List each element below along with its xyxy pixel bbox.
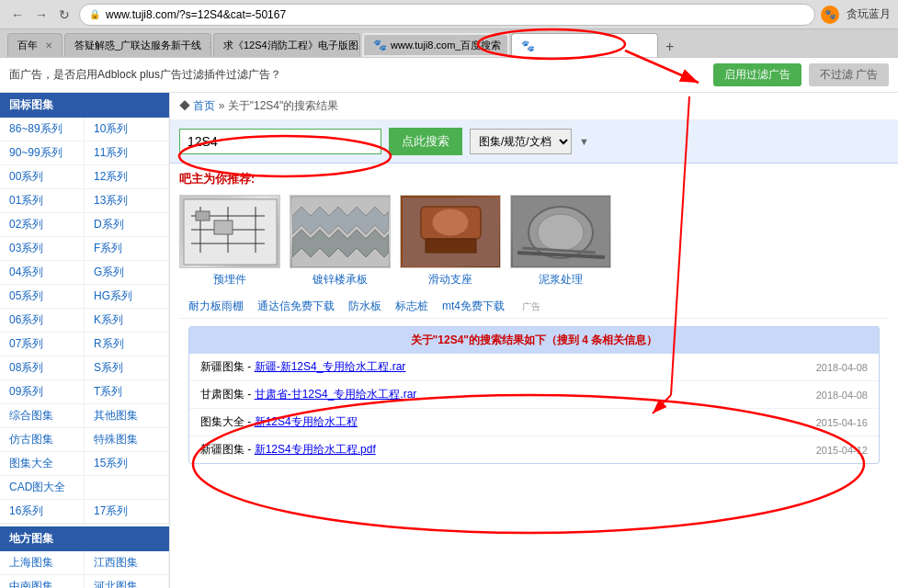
result-link-2[interactable]: 甘肃省-甘12S4_专用给水工程.rar <box>255 388 417 401</box>
tab-close-icon[interactable]: ✕ <box>508 40 509 51</box>
sidebar-item-08[interactable]: 08系列 <box>0 356 85 380</box>
sidebar-item-09[interactable]: 09系列 <box>0 380 85 404</box>
breadcrumb: ◆ 首页 » 关于"12S4"的搜索结果 <box>170 93 898 120</box>
result-item-3: 图集大全 - 新12S4专用给水工程 2015-04-16 <box>189 409 879 436</box>
sidebar-item-13[interactable]: 13系列 <box>85 189 169 213</box>
new-tab-button[interactable]: + <box>660 37 679 57</box>
sidebar-item-05[interactable]: 05系列 <box>0 285 85 309</box>
search-input[interactable] <box>179 129 381 154</box>
result-link-3[interactable]: 新12S4专用给水工程 <box>255 415 358 428</box>
rec-item-duzin[interactable]: 镀锌楼承板 <box>290 195 391 288</box>
search-results-box: 关于"12S4"的搜索结果如下（搜到 4 条相关信息） 新疆图集 - 新疆-新1… <box>188 326 880 464</box>
result-item-2: 甘肃图集 - 甘肃省-甘12S4_专用给水工程.rar 2018-04-08 <box>189 381 879 409</box>
sidebar-item-qita[interactable]: 其他图集 <box>85 404 169 428</box>
tab-label: 答疑解惑_广联达服务新干线 <box>74 39 201 52</box>
rec-item-yumaijian[interactable]: 预埋件 <box>179 195 280 288</box>
tab-close-icon[interactable]: ✕ <box>209 40 211 51</box>
sidebar-item-01[interactable]: 01系列 <box>0 189 85 213</box>
results-header-suffix: 条相关信息） <box>591 334 657 346</box>
back-button[interactable]: ← <box>7 6 28 24</box>
sidebar-item-90-99[interactable]: 90~99系列 <box>0 141 85 165</box>
result-prefix-1: 新疆图集 - <box>200 360 255 373</box>
sidebar-item-teshu[interactable]: 特殊图集 <box>85 428 169 452</box>
link-nailiban[interactable]: 耐力板雨棚 <box>188 299 244 314</box>
sidebar-item-07[interactable]: 07系列 <box>0 333 85 356</box>
rec-image-duzin <box>290 195 391 268</box>
sidebar-item-hebei[interactable]: 河北图集 <box>85 575 169 588</box>
tab-label: 求《12S4消防工程》电子版图... <box>223 39 360 52</box>
sidebar-item-F[interactable]: F系列 <box>85 237 169 261</box>
address-bar[interactable]: 🔒 www.tuji8.com/?s=12S4&cat=-50167 <box>79 4 815 26</box>
sidebar-item-D[interactable]: D系列 <box>85 213 169 237</box>
tab-search-results[interactable]: 🐾 搜索结果 12S4/规范/图集【免... ✕ <box>511 33 658 57</box>
sidebar-grid-local: 上海图集 江西图集 中南图集 河北图集 云南图集 河南图集 <box>0 551 169 588</box>
tab-bai-nian[interactable]: 百年 ✕ <box>7 33 63 57</box>
svg-point-15 <box>432 209 469 236</box>
rec-label-yumaijian: 预埋件 <box>179 272 280 288</box>
recommended-title: 吧主为你推荐: <box>179 171 889 187</box>
sidebar-item-17[interactable]: 17系列 <box>85 500 169 524</box>
enable-ad-filter-button[interactable]: 启用过滤广告 <box>713 63 801 86</box>
refresh-button[interactable]: ↻ <box>55 6 74 24</box>
sidebar-section-guobiao: 国标图集 <box>0 93 169 118</box>
sidebar-item-10[interactable]: 10系列 <box>85 118 169 141</box>
sidebar-item-00[interactable]: 00系列 <box>0 165 85 189</box>
disable-ad-filter-button[interactable]: 不过滤 广告 <box>809 63 889 86</box>
sidebar-item-11[interactable]: 11系列 <box>85 141 169 165</box>
sidebar-item-K[interactable]: K系列 <box>85 309 169 333</box>
link-tongda[interactable]: 通达信免费下载 <box>257 299 335 314</box>
sidebar-item-15[interactable]: 15系列 <box>85 452 169 476</box>
sidebar-item-16[interactable]: 16系列 <box>0 500 85 524</box>
sidebar-item-86-89[interactable]: 86~89系列 <box>0 118 85 141</box>
sidebar-item-tujidaquan[interactable]: 图集大全 <box>0 452 85 476</box>
sidebar-item-06[interactable]: 06系列 <box>0 309 85 333</box>
sidebar-item-T[interactable]: T系列 <box>85 380 169 404</box>
sidebar-item-shanghai[interactable]: 上海图集 <box>0 551 85 575</box>
sidebar-item-jiangxi[interactable]: 江西图集 <box>85 551 169 575</box>
sidebar-item-zonghe[interactable]: 综合图集 <box>0 404 85 428</box>
sidebar-item-HG[interactable]: HG系列 <box>85 285 169 309</box>
link-fangshui[interactable]: 防水板 <box>348 299 381 314</box>
sidebar-item-12[interactable]: 12系列 <box>85 165 169 189</box>
search-button[interactable]: 点此搜索 <box>389 128 462 155</box>
sidebar-item-02[interactable]: 02系列 <box>0 213 85 237</box>
tab-da-yi[interactable]: 答疑解惑_广联达服务新干线 ✕ <box>64 33 211 57</box>
recommended-images: 预埋件 镀锌楼承板 <box>179 195 889 288</box>
link-mt4[interactable]: mt4免费下载 <box>442 299 505 314</box>
rec-item-mud[interactable]: 泥浆处理 <box>510 195 611 288</box>
sliding-support-svg <box>403 198 499 266</box>
rec-label-mud: 泥浆处理 <box>510 272 611 288</box>
tab-12s4-fire[interactable]: 求《12S4消防工程》电子版图... ✕ <box>213 33 360 57</box>
result-prefix-2: 甘肃图集 - <box>200 388 255 401</box>
rec-image-sliding <box>400 195 501 268</box>
forward-button[interactable]: → <box>31 6 51 24</box>
result-prefix-3: 图集大全 - <box>200 415 255 428</box>
svg-rect-7 <box>196 211 210 220</box>
breadcrumb-sep1: » <box>219 99 225 112</box>
sidebar-item-03[interactable]: 03系列 <box>0 237 85 261</box>
sidebar-item-fanggu[interactable]: 仿古图集 <box>0 428 85 452</box>
link-biaozhizhuang[interactable]: 标志桩 <box>395 299 428 314</box>
sidebar-item-04[interactable]: 04系列 <box>0 261 85 285</box>
user-avatar: 🐾 <box>821 6 839 24</box>
result-date-1: 2018-04-08 <box>816 362 868 373</box>
links-row: 耐力板雨棚 通达信免费下载 防水板 标志桩 mt4免费下载 广告 <box>179 295 889 319</box>
sidebar-item-S[interactable]: S系列 <box>85 356 169 380</box>
rec-item-sliding[interactable]: 滑动支座 <box>400 195 501 288</box>
mud-treatment-svg <box>513 198 609 266</box>
breadcrumb-home-link[interactable]: 首页 <box>193 99 215 112</box>
search-type-select[interactable]: 图集/规范/文档 图集 规范 文档 <box>470 129 572 154</box>
results-header-prefix: 关于"12S4"的搜索结果如下（搜到 <box>411 334 579 346</box>
sidebar-item-CAD[interactable]: CAD图大全 <box>0 476 85 500</box>
result-link-4[interactable]: 新12S4专用给水工程.pdf <box>255 443 376 456</box>
results-header: 关于"12S4"的搜索结果如下（搜到 4 条相关信息） <box>189 327 879 354</box>
tab-close-icon[interactable]: ✕ <box>45 40 52 51</box>
svg-rect-14 <box>426 239 476 253</box>
sidebar-item-G[interactable]: G系列 <box>85 261 169 285</box>
result-link-1[interactable]: 新疆-新12S4_专用给水工程.rar <box>255 360 406 373</box>
sidebar-item-R[interactable]: R系列 <box>85 333 169 356</box>
sidebar-item-zhongnan[interactable]: 中南图集 <box>0 575 85 588</box>
tab-tuji8-baidu[interactable]: 🐾 www.tuji8.com_百度搜索 ✕ <box>362 33 509 57</box>
results-count: 4 <box>582 334 588 346</box>
rec-label-sliding: 滑动支座 <box>400 272 501 288</box>
